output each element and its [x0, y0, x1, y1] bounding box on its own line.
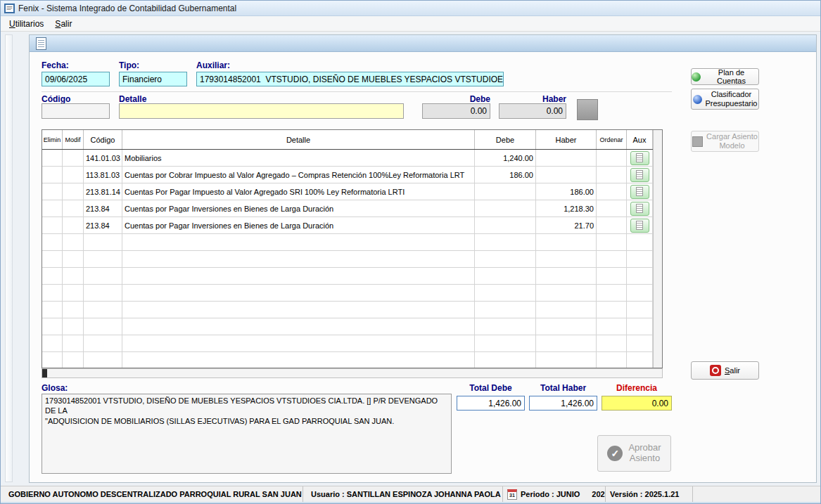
entry-action-button[interactable]	[577, 99, 598, 120]
header-codigo: Código	[84, 130, 122, 149]
header-aux: Aux	[627, 130, 653, 149]
table-cell	[597, 251, 627, 267]
table-row-empty	[42, 268, 653, 285]
menu-item-utilitarios[interactable]: Utilitarios	[4, 17, 49, 31]
tipo-field[interactable]: Financiero	[119, 72, 187, 86]
glosa-textarea[interactable]: 1793014852001 VTSTUDIO, DISEÑO DE MUEBLE…	[42, 394, 452, 474]
cell-modif[interactable]	[63, 167, 84, 183]
table-row[interactable]: 113.81.03 Cuentas por Cobrar Impuesto al…	[42, 167, 653, 183]
fecha-field[interactable]: 09/06/2025	[42, 72, 110, 86]
table-cell	[84, 268, 122, 284]
table-row[interactable]: 213.84 Cuentas por Pagar Inversiones en …	[42, 200, 653, 217]
table-cell	[475, 318, 536, 335]
status-institution: GOBIERNO AUTONOMO DESCENTRALIZADO PARROQ…	[1, 486, 303, 502]
cell-elimin[interactable]	[42, 217, 63, 233]
table-empty-rows	[42, 234, 662, 368]
haber-input[interactable]: 0.00	[499, 103, 566, 119]
table-cell	[63, 302, 84, 318]
table-cell	[597, 285, 627, 301]
cell-ordenar	[597, 217, 627, 233]
table-cell	[42, 318, 63, 335]
cell-elimin[interactable]	[42, 150, 63, 166]
cell-modif[interactable]	[63, 150, 84, 166]
table-cell	[122, 251, 475, 267]
clasificador-icon	[693, 95, 702, 104]
debe-input[interactable]: 0.00	[422, 103, 490, 119]
user-text: Usuario : SANTILLAN ESPINOZA JOHANNA PAO…	[311, 490, 501, 498]
cell-codigo: 213.81.14	[84, 183, 122, 200]
table-cell	[597, 302, 627, 318]
table-cell	[475, 352, 536, 368]
table-row[interactable]: 141.01.03 Mobiliarios 1,240.00	[42, 150, 653, 167]
cell-modif[interactable]	[63, 200, 84, 217]
table-cell	[536, 302, 597, 318]
plan-de-cuentas-icon	[692, 72, 701, 82]
aux-button[interactable]	[630, 202, 649, 216]
table-cell	[597, 352, 627, 368]
cell-aux	[627, 167, 653, 183]
title-bar[interactable]: Fenix - Sistema Integrado de Contabilida…	[1, 1, 821, 16]
scrollbar-thumb[interactable]	[42, 369, 47, 377]
table-cell	[597, 268, 627, 284]
aux-button[interactable]	[630, 168, 649, 182]
codigo-label: Código	[42, 94, 70, 104]
aprobar-asiento-button[interactable]: Aprobar Asiento	[597, 435, 671, 472]
cell-haber: 1,218.30	[536, 200, 597, 217]
table-cell	[627, 302, 653, 318]
status-user: Usuario : SANTILLAN ESPINOZA JOHANNA PAO…	[303, 486, 503, 502]
table-cell	[63, 234, 84, 250]
cell-aux	[627, 200, 653, 217]
header-debe: Debe	[475, 130, 536, 149]
cell-haber: 186.00	[536, 183, 597, 200]
table-cell	[63, 352, 84, 368]
clasificador-presupuestario-button[interactable]: Clasificador Presupuestario	[691, 89, 759, 110]
cell-elimin[interactable]	[42, 183, 63, 200]
plan-de-cuentas-button[interactable]: Plan de Cuentas	[691, 68, 759, 85]
cell-debe	[475, 200, 536, 217]
codigo-input[interactable]	[42, 103, 110, 119]
cell-haber	[536, 167, 597, 183]
diferencia-field: 0.00	[602, 396, 672, 411]
table-cell	[42, 285, 63, 301]
separator-line	[42, 91, 672, 92]
table-cell	[63, 285, 84, 301]
document-icon	[636, 204, 643, 213]
table-cell	[536, 251, 597, 267]
aux-button[interactable]	[630, 185, 649, 199]
document-icon	[636, 221, 643, 230]
vertical-scrollbar[interactable]	[653, 130, 662, 368]
new-entry-icon[interactable]	[36, 37, 46, 50]
debe-label: Debe	[422, 94, 490, 104]
table-cell	[42, 234, 63, 250]
aux-button[interactable]	[630, 151, 649, 165]
table-row-empty	[42, 352, 653, 368]
aux-button[interactable]	[630, 219, 649, 233]
cell-elimin[interactable]	[42, 200, 63, 217]
table-cell	[627, 285, 653, 301]
cell-modif[interactable]	[63, 183, 84, 200]
table-cell	[597, 234, 627, 250]
table-row[interactable]: 213.81.14 Cuentas Por Pagar Impuesto al …	[42, 183, 653, 200]
cell-modif[interactable]	[63, 217, 84, 233]
horizontal-scrollbar[interactable]	[42, 368, 663, 378]
table-cell	[122, 335, 475, 351]
cell-elimin[interactable]	[42, 167, 63, 183]
table-cell	[84, 234, 122, 250]
auxiliar-field[interactable]: 1793014852001 VTSTUDIO, DISEÑO DE MUEBLE…	[196, 72, 504, 86]
cell-codigo: 213.84	[84, 217, 122, 233]
detalle-input[interactable]	[119, 103, 404, 119]
document-icon	[636, 187, 643, 196]
table-cell	[63, 268, 84, 284]
application-window: Fenix - Sistema Integrado de Contabilida…	[0, 0, 821, 504]
menu-item-salir[interactable]: Salir	[49, 17, 77, 31]
table-cell	[627, 268, 653, 284]
cell-codigo: 113.81.03	[84, 167, 122, 183]
table-cell	[84, 318, 122, 335]
cell-debe: 186.00	[475, 167, 536, 183]
table-cell	[122, 268, 475, 284]
cell-ordenar	[597, 183, 627, 200]
haber-label: Haber	[499, 94, 566, 104]
cell-detalle: Cuentas por Pagar Inversiones en Bienes …	[122, 200, 475, 217]
table-row[interactable]: 213.84 Cuentas por Pagar Inversiones en …	[42, 217, 653, 234]
salir-button[interactable]: Salir	[691, 361, 759, 380]
